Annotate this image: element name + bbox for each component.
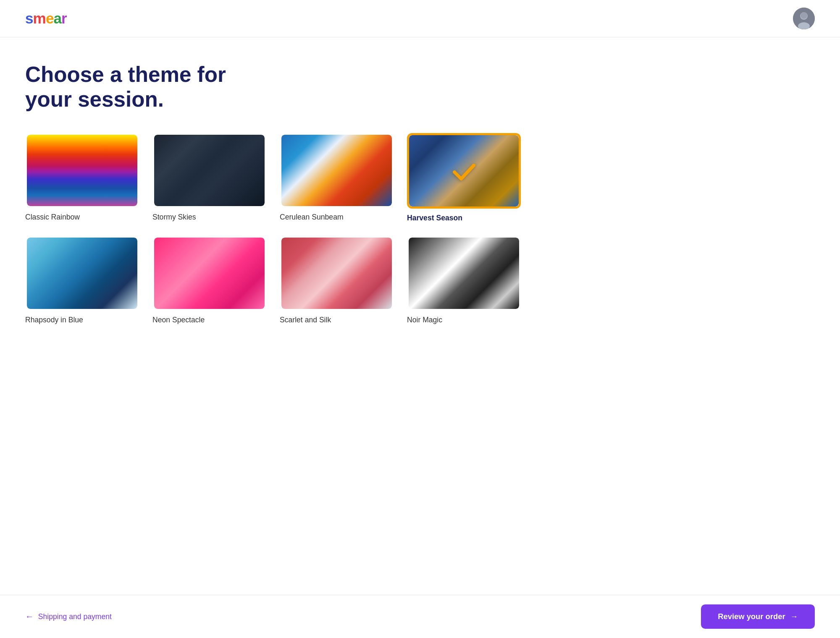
theme-image-wrap-harvest-season (407, 133, 521, 209)
back-label: Shipping and payment (38, 612, 112, 621)
theme-label-neon-spectacle: Neon Spectacle (152, 316, 266, 324)
checkmark-overlay-harvest-season (409, 135, 519, 207)
theme-label-rhapsody-in-blue: Rhapsody in Blue (25, 316, 139, 324)
theme-image-rhapsody-in-blue (27, 238, 137, 309)
theme-image-scarlet-and-silk (281, 238, 392, 309)
theme-image-cerulean-sunbeam (281, 135, 392, 206)
theme-label-cerulean-sunbeam: Cerulean Sunbeam (280, 213, 394, 222)
theme-label-classic-rainbow: Classic Rainbow (25, 213, 139, 222)
theme-card-classic-rainbow[interactable]: Classic Rainbow (25, 133, 139, 222)
theme-card-rhapsody-in-blue[interactable]: Rhapsody in Blue (25, 236, 139, 324)
theme-label-harvest-season: Harvest Season (407, 214, 521, 222)
theme-image-classic-rainbow (27, 135, 137, 206)
theme-card-cerulean-sunbeam[interactable]: Cerulean Sunbeam (280, 133, 394, 222)
review-order-label: Review your order (718, 612, 785, 621)
theme-card-noir-magic[interactable]: Noir Magic (407, 236, 521, 324)
theme-image-wrap-cerulean-sunbeam (280, 133, 394, 208)
theme-label-noir-magic: Noir Magic (407, 316, 521, 324)
theme-card-harvest-season[interactable]: Harvest Season (407, 133, 521, 222)
theme-image-neon-spectacle (154, 238, 265, 309)
back-arrow-icon: ← (25, 612, 34, 622)
theme-grid: Classic Rainbow Stormy Skies Cerulean Su… (25, 133, 521, 324)
theme-image-wrap-scarlet-and-silk (280, 236, 394, 311)
theme-card-neon-spectacle[interactable]: Neon Spectacle (152, 236, 266, 324)
theme-image-stormy-skies (154, 135, 265, 206)
theme-image-wrap-stormy-skies (152, 133, 266, 208)
theme-image-wrap-neon-spectacle (152, 236, 266, 311)
theme-image-wrap-rhapsody-in-blue (25, 236, 139, 311)
avatar[interactable] (793, 8, 815, 29)
page-title: Choose a theme for your session. (25, 63, 521, 112)
logo[interactable]: smear (25, 10, 67, 27)
site-header: smear (0, 0, 840, 37)
theme-image-noir-magic (409, 238, 519, 309)
theme-image-wrap-classic-rainbow (25, 133, 139, 208)
back-link[interactable]: ← Shipping and payment (25, 612, 112, 622)
footer: ← Shipping and payment Review your order… (0, 595, 840, 638)
svg-point-3 (801, 12, 807, 19)
theme-card-scarlet-and-silk[interactable]: Scarlet and Silk (280, 236, 394, 324)
theme-label-scarlet-and-silk: Scarlet and Silk (280, 316, 394, 324)
review-order-button[interactable]: Review your order → (701, 604, 815, 629)
theme-card-stormy-skies[interactable]: Stormy Skies (152, 133, 266, 222)
arrow-right-icon: → (790, 612, 798, 621)
main-content: Choose a theme for your session. Classic… (0, 37, 546, 400)
theme-label-stormy-skies: Stormy Skies (152, 213, 266, 222)
theme-image-wrap-noir-magic (407, 236, 521, 311)
